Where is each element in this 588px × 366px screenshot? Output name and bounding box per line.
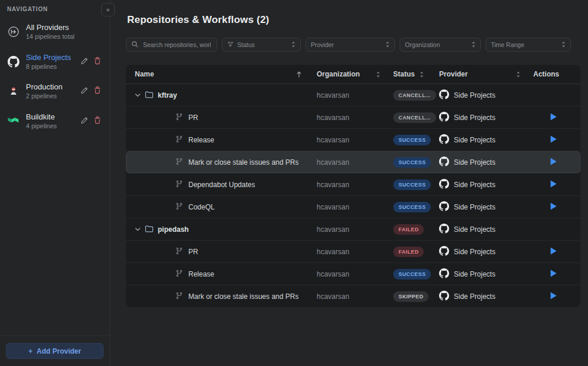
row-name: PR — [188, 248, 198, 256]
updown-arrows-icon — [291, 41, 295, 49]
edit-provider-button[interactable] — [81, 117, 88, 126]
workflow-icon — [175, 180, 183, 189]
row-organization: hcavarsan — [317, 181, 393, 189]
trash-icon — [94, 117, 101, 126]
table-row[interactable]: Dependabot Updates hcavarsan SUCCESS Sid… — [126, 174, 580, 196]
edit-provider-button[interactable] — [81, 57, 88, 66]
row-provider: Side Projects — [454, 292, 496, 301]
app-root: NAVIGATION « All Providers 14 pipelines … — [0, 0, 588, 366]
play-icon — [550, 202, 557, 212]
table-row[interactable]: Mark or close stale issues and PRs hcava… — [126, 285, 580, 307]
filter-funnel-icon — [227, 41, 234, 49]
sidebar-item-production[interactable]: Production 2 pipelines — [0, 76, 109, 107]
row-provider: Side Projects — [454, 91, 496, 99]
row-name: PR — [188, 114, 198, 122]
plus-icon: + — [28, 347, 32, 355]
delete-provider-button[interactable] — [94, 86, 101, 96]
run-workflow-button[interactable] — [549, 201, 558, 213]
row-organization: hcavarsan — [317, 292, 393, 301]
github-icon — [439, 291, 449, 302]
row-name: CodeQL — [188, 203, 215, 211]
chevron-down-icon[interactable] — [135, 91, 141, 99]
sidebar-collapse-button[interactable]: « — [101, 3, 115, 16]
pencil-icon — [81, 86, 88, 96]
github-icon — [7, 55, 19, 68]
table-row[interactable]: PR hcavarsan CANCELL... Side Projects — [126, 107, 580, 129]
status-filter-dropdown[interactable]: Status — [222, 38, 301, 52]
row-name: Release — [188, 270, 214, 278]
sidebar-item-buildkite[interactable]: Buildkite 4 pipelines — [0, 107, 109, 137]
table-row[interactable]: Release hcavarsan SUCCESS Side Projects — [126, 263, 580, 285]
run-workflow-button[interactable] — [549, 157, 558, 168]
play-icon — [550, 135, 557, 145]
main-content: Repositories & Workflows (2) Status Prov… — [110, 0, 588, 366]
buildkite-icon — [7, 115, 19, 127]
github-icon — [439, 246, 449, 258]
row-provider: Side Projects — [454, 225, 496, 234]
provider-pipeline-count: 4 pipelines — [26, 122, 74, 130]
time-range-filter-dropdown[interactable]: Time Range — [486, 38, 571, 52]
column-header-provider[interactable]: Provider — [439, 70, 527, 78]
sort-ascending-icon — [297, 71, 317, 78]
row-organization: hcavarsan — [317, 91, 393, 99]
chevron-down-icon[interactable] — [135, 225, 141, 234]
table-row[interactable]: kftray hcavarsan CANCELL... Side Project… — [126, 84, 580, 107]
github-icon — [439, 134, 449, 146]
table-row[interactable]: Release hcavarsan SUCCESS Side Projects — [126, 129, 580, 151]
run-workflow-button[interactable] — [549, 134, 558, 146]
status-badge: SUCCESS — [393, 157, 431, 168]
updown-arrows-icon — [471, 41, 476, 49]
row-name: kftray — [158, 91, 177, 99]
provider-pipeline-count: 8 pipelines — [26, 62, 74, 71]
search-icon — [131, 39, 138, 50]
filter-bar: Status Provider Organization Time Range — [126, 38, 588, 52]
run-workflow-button[interactable] — [549, 268, 558, 280]
github-icon — [439, 112, 449, 124]
sidebar-item-side-projects[interactable]: Side Projects 8 pipelines — [0, 47, 109, 77]
pencil-icon — [81, 57, 88, 66]
table-row[interactable]: CodeQL hcavarsan SUCCESS Side Projects — [126, 196, 580, 218]
organization-filter-dropdown[interactable]: Organization — [400, 38, 481, 52]
status-badge: SUCCESS — [393, 202, 431, 212]
workflow-icon — [175, 269, 183, 279]
row-provider: Side Projects — [454, 203, 496, 211]
sort-updown-icon — [376, 71, 393, 78]
status-badge: CANCELL... — [393, 90, 436, 101]
edit-provider-button[interactable] — [81, 86, 88, 96]
search-box — [126, 38, 217, 52]
table-body: kftray hcavarsan CANCELL... Side Project… — [126, 84, 580, 307]
play-icon — [550, 269, 557, 279]
column-header-organization[interactable]: Organization — [317, 70, 393, 78]
status-badge: FAILED — [393, 247, 424, 257]
provider-pipeline-count: 2 pipelines — [26, 92, 74, 100]
row-name: Dependabot Updates — [188, 181, 255, 189]
row-name: Mark or close stale issues and PRs — [188, 158, 298, 167]
run-workflow-button[interactable] — [549, 112, 558, 124]
delete-provider-button[interactable] — [94, 117, 101, 126]
column-header-actions: Actions — [527, 70, 580, 78]
run-workflow-button[interactable] — [549, 291, 558, 302]
pipeline-icon — [7, 26, 19, 38]
column-header-name[interactable]: Name — [126, 70, 317, 78]
row-organization: hcavarsan — [317, 248, 393, 256]
organization-filter-label: Organization — [405, 41, 468, 48]
row-provider: Side Projects — [454, 114, 496, 122]
github-icon — [439, 224, 449, 235]
run-workflow-button[interactable] — [549, 179, 558, 191]
table-row[interactable]: PR hcavarsan FAILED Side Projects — [126, 241, 580, 263]
provider-name: Buildkite — [26, 112, 74, 122]
status-badge: SKIPPED — [393, 291, 428, 302]
run-workflow-button[interactable] — [549, 246, 558, 258]
page-title: Repositories & Workflows (2) — [127, 14, 588, 26]
row-name: Release — [188, 136, 214, 144]
repositories-table: Name Organization Status — [126, 65, 580, 307]
provider-name: Production — [26, 82, 74, 92]
provider-filter-dropdown[interactable]: Provider — [305, 38, 395, 52]
delete-provider-button[interactable] — [94, 57, 101, 66]
add-provider-button[interactable]: + Add Provider — [6, 343, 104, 359]
table-row[interactable]: Mark or close stale issues and PRs hcava… — [126, 151, 580, 174]
table-row[interactable]: pipedash hcavarsan FAILED Side Projects — [126, 218, 580, 241]
column-header-status[interactable]: Status — [393, 70, 439, 78]
search-input[interactable] — [142, 41, 212, 49]
sidebar-item-all-providers[interactable]: All Providers 14 pipelines total — [0, 17, 109, 47]
